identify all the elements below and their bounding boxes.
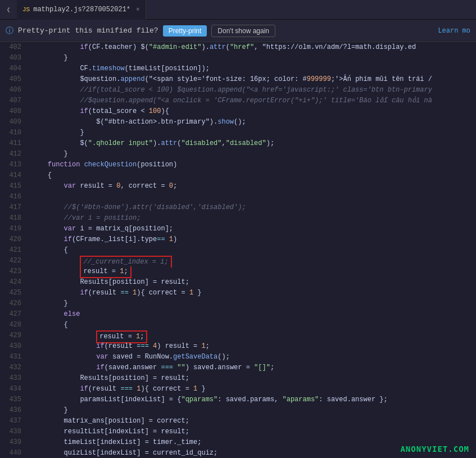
code-line: //$('#btn-done').attr('disabled','disabl… [31, 202, 476, 213]
line-number: 403 [0, 53, 25, 64]
line-number: 426 [0, 298, 25, 309]
learn-more-link[interactable]: Learn mo [438, 27, 470, 35]
line-number: 402 [0, 42, 25, 53]
tab-bar: ❮ JS mathplay2.js?2870052021* × [0, 0, 476, 20]
line-number: 425 [0, 288, 25, 298]
code-line: $question.append("<span style='font-size… [31, 74, 476, 85]
line-number: 408 [0, 106, 25, 117]
code-line: if(result === 4) result = 1; [31, 341, 476, 352]
code-line: $("#btn-action>.btn-primary").show(); [31, 117, 476, 128]
line-number: 407 [0, 96, 25, 106]
back-button[interactable]: ❮ [0, 0, 17, 20]
line-number: 419 [0, 224, 25, 234]
code-line: //_current_index = i; [31, 256, 476, 266]
line-number: 429 [0, 330, 25, 341]
line-numbers: 4024034044054064074084094104114124134144… [0, 42, 29, 458]
line-number: 428 [0, 320, 25, 330]
notify-text: Pretty-print this minified file? [18, 26, 158, 35]
code-line: Results[position] = result; [31, 277, 476, 288]
line-number: 434 [0, 384, 25, 394]
code-line: if(CF.teacher) $("#admin-edit").attr("hr… [31, 42, 476, 53]
file-tab[interactable]: JS mathplay2.js?2870052021* × [17, 0, 146, 20]
code-content: if(CF.teacher) $("#admin-edit").attr("hr… [29, 42, 476, 458]
code-line: if(total_score < 100){ [31, 106, 476, 117]
tab-label: mathplay2.js?2870052021* [33, 6, 130, 13]
line-number: 417 [0, 202, 25, 213]
line-number: 431 [0, 352, 25, 362]
code-line: CF.timeshow(timeList[position]); [31, 64, 476, 74]
code-line: else [31, 309, 476, 320]
line-number: 405 [0, 74, 25, 85]
code-line: if(result == 1){ correct = 1 } [31, 288, 476, 298]
js-file-icon: JS [22, 6, 30, 13]
line-number: 437 [0, 416, 25, 427]
code-line [31, 192, 476, 202]
code-line: if(CFrame._list[i].type== 1) [31, 234, 476, 245]
code-line: function checkQuestion(position) [31, 160, 476, 170]
line-number: 418 [0, 213, 25, 224]
code-line: resultList[indexList] = result; [31, 427, 476, 437]
code-line: } [31, 53, 476, 64]
code-line: var result = 0, correct = 0; [31, 181, 476, 192]
code-line: var i = matrix_q[position]; [31, 224, 476, 234]
code-line: } [31, 405, 476, 416]
line-number: 435 [0, 394, 25, 405]
line-number: 411 [0, 138, 25, 149]
code-line: Results[position] = result; [31, 373, 476, 384]
code-line: if(saved.answer === "") saved.answer = "… [31, 362, 476, 373]
line-number: 439 [0, 437, 25, 448]
line-number: 404 [0, 64, 25, 74]
line-number: 430 [0, 341, 25, 352]
line-number: 420 [0, 234, 25, 245]
line-number: 436 [0, 405, 25, 416]
line-number: 438 [0, 427, 25, 437]
code-line: //$question.append("<a onclick = 'CFrame… [31, 96, 476, 106]
line-number: 416 [0, 192, 25, 202]
pretty-print-button[interactable]: Pretty-print [163, 25, 207, 37]
line-number: 413 [0, 160, 25, 170]
code-line: { [31, 320, 476, 330]
line-number: 415 [0, 181, 25, 192]
line-number: 422 [0, 256, 25, 266]
code-line: //if(total_score < 100) $question.append… [31, 85, 476, 96]
line-number: 421 [0, 245, 25, 256]
code-line: { [31, 245, 476, 256]
line-number: 414 [0, 170, 25, 181]
notification-bar: ⓘ Pretty-print this minified file? Prett… [0, 20, 476, 42]
watermark: ANONYVIET.COM [400, 445, 469, 454]
code-line: result = 1; [31, 330, 476, 341]
line-number: 433 [0, 373, 25, 384]
info-icon: ⓘ [6, 26, 13, 36]
dont-show-button[interactable]: Don't show again [211, 25, 275, 37]
code-line: matrix_ans[position] = correct; [31, 416, 476, 427]
line-number: 412 [0, 149, 25, 160]
line-number: 406 [0, 85, 25, 96]
code-line: } [31, 298, 476, 309]
code-line: } [31, 149, 476, 160]
line-number: 427 [0, 309, 25, 320]
code-line: { [31, 170, 476, 181]
code-line: result = 1; [31, 266, 476, 277]
line-number: 410 [0, 128, 25, 138]
line-number: 409 [0, 117, 25, 128]
code-line: //var i = position; [31, 213, 476, 224]
code-editor: 4024034044054064074084094104114124134144… [0, 42, 476, 458]
code-line: $(".qholder input").attr("disabled","dis… [31, 138, 476, 149]
line-number: 440 [0, 448, 25, 458]
code-line: } [31, 128, 476, 138]
line-number: 423 [0, 266, 25, 277]
tab-close-icon[interactable]: × [136, 6, 140, 13]
line-number: 424 [0, 277, 25, 288]
code-line: paramsList[indexList] = {"qparams": save… [31, 394, 476, 405]
code-line: if(result === 1){ correct = 1 } [31, 384, 476, 394]
code-line: var saved = RunNow.getSaveData(); [31, 352, 476, 362]
line-number: 432 [0, 362, 25, 373]
